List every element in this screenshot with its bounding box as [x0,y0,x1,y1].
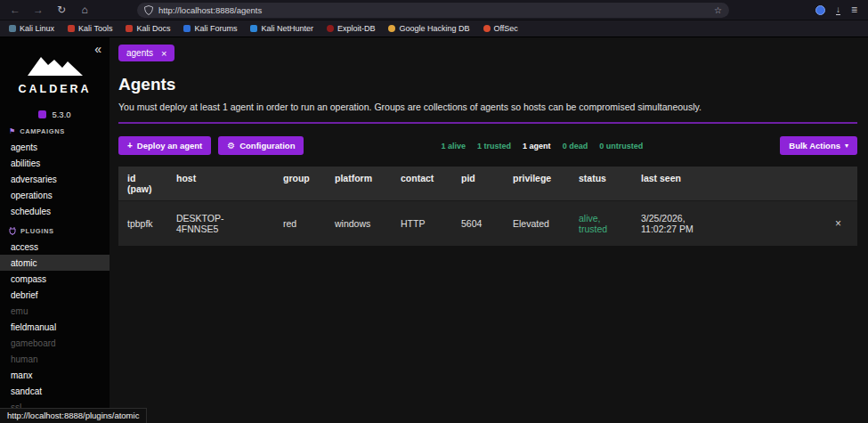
exploit-db-icon [327,25,334,32]
sidebar-item-access[interactable]: access [0,239,110,255]
downloads-icon[interactable]: ↓ [836,5,840,15]
bookmark-label: Kali NetHunter [261,24,313,33]
agent-group-cell: red [274,201,326,247]
sidebar-item-atomic[interactable]: atomic [0,255,110,271]
bookmark-kali-nethunter[interactable]: Kali NetHunter [250,24,313,33]
bookmark-label: OffSec [494,24,518,33]
reload-icon[interactable]: ↻ [53,0,69,20]
caldera-app: « CALDERA 5.3.0 ⚑ CAMPAIGNS agents abili… [0,37,868,423]
stat-dead: 0 dead [563,142,588,150]
bookmark-offsec[interactable]: OffSec [483,24,518,33]
bookmark-kali-docs[interactable]: Kali Docs [126,24,170,33]
menu-icon[interactable]: ≡ [851,4,857,16]
url-bar[interactable]: http://localhost:8888/agents ☆ [137,3,729,18]
sidebar-item-gameboard[interactable]: gameboard [0,335,110,351]
profile-icon[interactable] [815,5,825,15]
campaigns-section-header: ⚑ CAMPAIGNS [0,119,110,139]
plug-icon [9,227,16,235]
bookmark-label: Kali Linux [20,24,54,33]
sidebar-item-fieldmanual[interactable]: fieldmanual [0,319,110,335]
agent-last-seen-cell: 3/25/2026, 11:02:27 PM [632,201,712,247]
stat-trusted: 1 trusted [477,142,511,150]
tracking-shield-icon [144,5,153,15]
agent-stats: 1 alive 1 trusted 1 agent 0 dead 0 untru… [304,142,780,150]
kali-forums-icon [183,25,191,32]
sidebar-item-abilities[interactable]: abilities [0,155,110,171]
kali-linux-icon [9,25,16,32]
kali-tools-icon [68,25,75,32]
bookmark-label: Kali Docs [136,24,170,33]
browser-toolbar: ← → ↻ ⌂ http://localhost:8888/agents ☆ ↓… [0,0,868,20]
col-header-platform: platform [326,167,392,201]
divider [118,122,857,124]
sidebar-item-operations[interactable]: operations [0,187,110,203]
tab-close-icon[interactable]: × [161,49,166,58]
agent-actions-cell: × [712,201,857,247]
sidebar: « CALDERA 5.3.0 ⚑ CAMPAIGNS agents abili… [0,37,110,423]
deploy-agent-button[interactable]: + Deploy an agent [118,136,211,155]
sidebar-item-adversaries[interactable]: adversaries [0,171,110,187]
col-header-pid: pid [452,167,504,201]
agent-contact-cell: HTTP [392,201,452,247]
bookmark-label: Exploit-DB [337,24,376,33]
home-icon[interactable]: ⌂ [77,0,93,20]
bookmark-google-hacking-db[interactable]: Google Hacking DB [388,24,469,33]
flag-icon: ⚑ [9,128,15,135]
col-header-actions [712,167,857,201]
bookmark-label: Google Hacking DB [399,24,469,33]
bookmark-kali-linux[interactable]: Kali Linux [9,24,54,33]
tab-agents[interactable]: agents × [118,45,174,61]
plus-icon: + [127,142,133,150]
col-header-privilege: privilege [504,167,570,201]
caldera-logo: CALDERA [0,53,110,95]
sidebar-collapse-icon[interactable]: « [94,42,101,56]
link-status-bar: http://localhost:8888/plugins/atomic [0,408,147,423]
col-header-id: id (paw) [118,167,167,201]
version-badge-icon [38,110,46,118]
sidebar-item-emu[interactable]: emu [0,303,110,319]
col-header-group: group [274,167,326,201]
bookmarks-bar: Kali Linux Kali Tools Kali Docs Kali For… [0,20,868,37]
gear-icon: ⚙ [227,142,235,150]
url-text[interactable]: http://localhost:8888/agents [158,5,709,15]
chevron-down-icon: ▾ [845,142,848,150]
browser-toolbar-right: ↓ ≡ [815,4,861,16]
agent-privilege-cell: Elevated [504,201,570,247]
bookmark-kali-forums[interactable]: Kali Forums [183,24,237,33]
tab-label: agents [126,48,153,58]
deploy-agent-label: Deploy an agent [137,141,202,150]
sidebar-item-sandcat[interactable]: sandcat [0,383,110,399]
agent-row[interactable]: tpbpfk DESKTOP-4FNNSE5 red windows HTTP … [118,201,857,247]
col-header-status: status [570,167,632,201]
agent-host-cell: DESKTOP-4FNNSE5 [167,201,274,247]
brand-name: CALDERA [0,83,110,95]
sidebar-item-compass[interactable]: compass [0,271,110,287]
campaigns-section-label: CAMPAIGNS [20,127,65,135]
configuration-label: Configuration [239,141,295,150]
agent-pid-cell: 5604 [452,201,504,247]
back-icon[interactable]: ← [7,0,23,20]
bookmark-kali-tools[interactable]: Kali Tools [68,24,112,33]
agent-status-cell: alive, trusted [570,201,632,247]
forward-icon[interactable]: → [30,0,46,20]
kali-docs-icon [126,25,133,32]
stat-untrusted: 0 untrusted [599,142,643,150]
main-content: agents × Agents You must deploy at least… [110,37,868,423]
sidebar-item-manx[interactable]: manx [0,367,110,383]
remove-agent-icon[interactable]: × [835,217,841,230]
bookmark-label: Kali Tools [78,24,112,33]
sidebar-item-schedules[interactable]: schedules [0,203,110,219]
bulk-actions-button[interactable]: Bulk Actions ▾ [780,136,857,155]
agent-id-cell[interactable]: tpbpfk [118,201,167,247]
bulk-actions-label: Bulk Actions [789,141,840,150]
sidebar-item-debrief[interactable]: debrief [0,287,110,303]
col-header-last-seen: last seen [632,167,712,201]
google-hacking-db-icon [388,25,395,32]
sidebar-item-agents[interactable]: agents [0,139,110,155]
bookmark-star-icon[interactable]: ☆ [714,5,722,15]
bookmark-exploit-db[interactable]: Exploit-DB [327,24,376,33]
configuration-button[interactable]: ⚙ Configuration [218,136,304,155]
sidebar-item-human[interactable]: human [0,351,110,367]
version-text: 5.3.0 [52,110,70,119]
stat-agents: 1 agent [523,142,551,150]
